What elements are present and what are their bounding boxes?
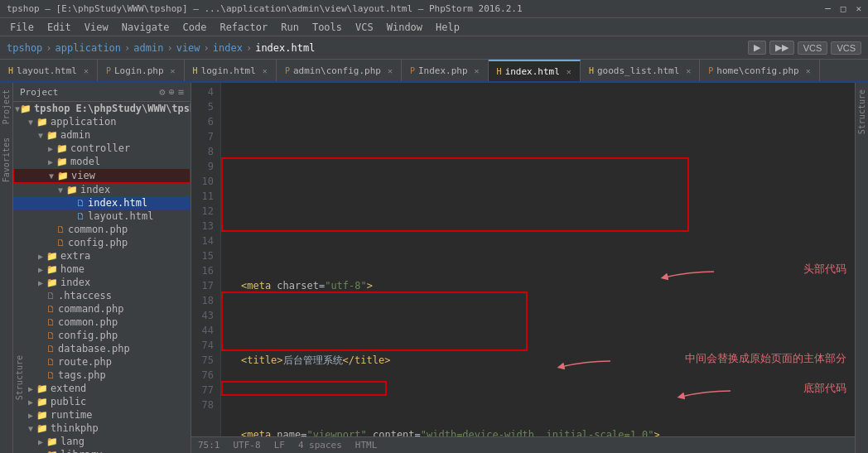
menu-refactor[interactable]: Refactor	[213, 22, 274, 33]
tree-item-view[interactable]: ▼ 📁 view	[13, 168, 190, 183]
minimize-btn[interactable]: ─	[825, 3, 831, 14]
structure-label[interactable]: Structure	[13, 352, 26, 403]
tab-index-html[interactable]: H index.html ✕	[489, 60, 581, 81]
tree-item-extra[interactable]: ▶ 📁 extra	[13, 249, 190, 263]
tree-item-model[interactable]: ▶ 📁 model	[13, 155, 190, 168]
tree-item-common-php-admin[interactable]: 🗋 common.php	[13, 223, 190, 236]
side-label-project[interactable]: Project	[0, 83, 12, 131]
tree-label-tpshop: tpshop E:\phpStudy\WWW\tpshop	[34, 103, 190, 114]
tree-item-extend[interactable]: ▶ 📁 extend	[13, 382, 190, 395]
tree-item-tags-php[interactable]: 🗋 tags.php	[13, 369, 190, 382]
folder-icon-index-app: 📁	[46, 277, 58, 288]
maximize-btn[interactable]: □	[841, 3, 846, 14]
tree-item-tpshop[interactable]: ▼ 📁 tpshop E:\phpStudy\WWW\tpshop	[13, 102, 190, 115]
sidebar-icon-collapse[interactable]: ≡	[178, 86, 184, 98]
tree-item-config-php[interactable]: 🗋 config.php	[13, 329, 190, 342]
annotation-footer: 底部代码	[803, 381, 846, 396]
tree-label-index-folder: index	[80, 184, 110, 195]
tree-item-route-php[interactable]: 🗋 route.php	[13, 355, 190, 369]
sidebar-header-icons: ⚙ ⊕ ≡	[159, 86, 184, 98]
menu-window[interactable]: Window	[380, 22, 429, 33]
debug-btn[interactable]: ▶▶	[769, 41, 794, 55]
tab-admin-config[interactable]: P admin\config.php ✕	[277, 60, 402, 81]
tab-close-index-html[interactable]: ✕	[567, 67, 571, 76]
breadcrumb-index[interactable]: index	[213, 42, 243, 54]
tab-close-login-html[interactable]: ✕	[263, 66, 268, 75]
folder-icon-admin: 📁	[46, 130, 58, 141]
tree-item-admin[interactable]: ▼ 📁 admin	[13, 128, 190, 142]
code-content[interactable]: 4 5 6 7 8 9 10 11 12 13 14 15 16 17 18 4…	[191, 83, 855, 436]
tree-label-common-php: common.php	[58, 316, 118, 328]
breadcrumb-view[interactable]: view	[176, 42, 200, 54]
tree-item-htaccess[interactable]: 🗋 .htaccess	[13, 289, 190, 302]
tab-close-admin-config[interactable]: ✕	[388, 66, 393, 75]
tab-close-index-php[interactable]: ✕	[475, 66, 480, 75]
folder-icon-controller: 📁	[56, 143, 68, 154]
tree-item-public[interactable]: ▶ 📁 public	[13, 395, 190, 408]
tree-item-common-php[interactable]: 🗋 common.php	[13, 316, 190, 329]
php-icon-common-admin: 🗋	[56, 224, 65, 235]
tab-icon-layout: H	[8, 66, 13, 75]
tab-close-goods-list[interactable]: ✕	[686, 66, 691, 75]
tree-label-extra: extra	[60, 250, 90, 262]
tree-item-controller[interactable]: ▶ 📁 controller	[13, 142, 190, 155]
html-icon-layout: 🗋	[76, 211, 85, 222]
tree-item-lang[interactable]: ▶ 📁 lang	[13, 435, 190, 448]
tab-layout-html[interactable]: H layout.html ✕	[0, 60, 98, 81]
tab-label-login-html: login.html	[201, 65, 256, 76]
tree-item-home[interactable]: ▶ 📁 home	[13, 263, 190, 276]
tab-login-php[interactable]: P Login.php ✕	[98, 60, 185, 81]
tab-close-home-config[interactable]: ✕	[806, 66, 811, 75]
tree-item-layout-html[interactable]: 🗋 layout.html	[13, 210, 190, 223]
tab-goods-list[interactable]: H goods_list.html ✕	[581, 60, 700, 81]
tree-arrow-view: ▼	[46, 171, 57, 181]
tree-item-index-app[interactable]: ▶ 📁 index	[13, 276, 190, 289]
tree-item-index-html[interactable]: 🗋 index.html	[13, 196, 190, 210]
menu-code[interactable]: Code	[176, 22, 214, 33]
menu-edit[interactable]: Edit	[41, 22, 78, 33]
tree-item-runtime[interactable]: ▶ 📁 runtime	[13, 408, 190, 422]
tab-login-html[interactable]: H login.html ✕	[185, 60, 277, 81]
tree-item-library[interactable]: ▶ 📁 library	[13, 448, 190, 453]
menu-navigate[interactable]: Navigate	[115, 22, 176, 33]
close-btn[interactable]: ✕	[856, 3, 861, 14]
sidebar-content[interactable]: ▼ 📁 tpshop E:\phpStudy\WWW\tpshop ▼ 📁 ap…	[13, 102, 190, 453]
tab-close-login-php[interactable]: ✕	[171, 66, 176, 75]
structure-label-right[interactable]: Structure	[856, 83, 868, 141]
tree-item-thinkphp[interactable]: ▼ 📁 thinkphp	[13, 422, 190, 435]
sidebar-icon-settings[interactable]: ⊕	[169, 86, 175, 98]
side-label-favorites[interactable]: Favorites	[0, 131, 12, 189]
tree-arrow-library: ▶	[35, 451, 46, 454]
tree-item-database-php[interactable]: 🗋 database.php	[13, 342, 190, 355]
tree-label-runtime: runtime	[51, 409, 93, 421]
tab-label-admin-config: admin\config.php	[293, 65, 381, 76]
vcs2-btn[interactable]: VCS	[831, 41, 861, 55]
tree-item-config-php-admin[interactable]: 🗋 config.php	[13, 236, 190, 249]
tree-item-application[interactable]: ▼ 📁 application	[13, 115, 190, 128]
menu-file[interactable]: File	[3, 22, 41, 33]
tree-item-command-php[interactable]: 🗋 command.php	[13, 302, 190, 316]
tab-close-layout[interactable]: ✕	[84, 66, 89, 75]
breadcrumb-tpshop[interactable]: tpshop	[7, 42, 42, 54]
code-lines[interactable]: <meta charset="utf-8"> <title>后台管理系统</ti…	[221, 83, 855, 436]
tab-label-layout: layout.html	[17, 65, 77, 76]
menu-tools[interactable]: Tools	[306, 22, 349, 33]
tree-label-view: view	[71, 170, 95, 181]
menu-run[interactable]: Run	[274, 22, 306, 33]
menu-help[interactable]: Help	[429, 22, 466, 33]
tree-item-index-folder[interactable]: ▼ 📁 index	[13, 183, 190, 196]
code-line-4: <meta charset="utf-8">	[228, 278, 855, 293]
breadcrumb-application[interactable]: application	[55, 42, 121, 54]
menu-vcs[interactable]: VCS	[349, 22, 380, 33]
tab-index-php[interactable]: P Index.php ✕	[402, 60, 489, 81]
tree-arrow-index-app: ▶	[35, 278, 46, 287]
sidebar-icon-gear[interactable]: ⚙	[159, 86, 165, 98]
sidebar-title: Project	[20, 87, 58, 98]
run-btn[interactable]: ▶	[748, 41, 766, 55]
breadcrumb-admin[interactable]: admin	[133, 42, 163, 54]
menu-view[interactable]: View	[78, 22, 115, 33]
tab-home-config[interactable]: P home\config.php ✕	[700, 60, 819, 81]
vcs-btn[interactable]: VCS	[798, 41, 828, 55]
status-line-ending: LF	[274, 440, 285, 451]
title-bar: tpshop – [E:\phpStudy\WWW\tpshop] – ...\…	[0, 0, 868, 18]
